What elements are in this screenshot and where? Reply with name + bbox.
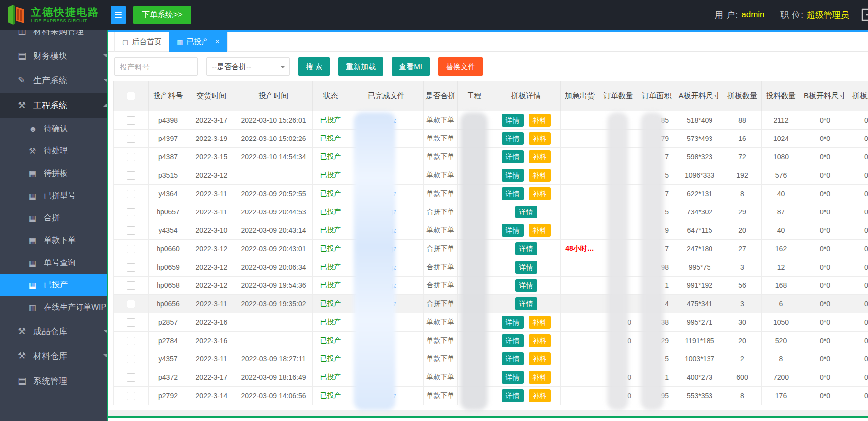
replace-file-button[interactable]: 替换文件 <box>438 57 483 76</box>
sidebar-item-12[interactable]: ▦已投产 <box>0 274 107 296</box>
sidebar-item-8[interactable]: ▦已拼型号 <box>0 185 107 207</box>
cell-feed-qty: 7200 <box>762 368 800 387</box>
detail-button[interactable]: 详情 <box>502 334 524 347</box>
sidebar-item-4[interactable]: ⚒工程系统 <box>0 93 107 118</box>
detail-button[interactable]: 详情 <box>515 297 537 310</box>
logout-icon[interactable] <box>860 8 868 22</box>
row-checkbox[interactable] <box>127 392 135 400</box>
cell-panel-detail: 详情 <box>491 240 561 258</box>
row-checkbox[interactable] <box>127 300 135 308</box>
cell-start-time <box>235 166 313 185</box>
detail-button[interactable]: 详情 <box>515 261 537 274</box>
detail-button[interactable]: 详情 <box>515 279 537 292</box>
row-checkbox[interactable] <box>127 281 135 290</box>
sidebar-item-13[interactable]: ▥在线生产订单WIP <box>0 296 107 319</box>
detail-button[interactable]: 详情 <box>502 187 524 200</box>
cell-engineering <box>458 166 491 185</box>
file-link[interactable]: z <box>350 116 422 124</box>
file-link[interactable]: gz <box>350 281 422 289</box>
row-checkbox[interactable] <box>127 337 135 345</box>
cell-start-time: 2022-03-09 18:27:11 <box>235 350 313 368</box>
close-tab-icon[interactable]: × <box>215 37 220 46</box>
row-checkbox[interactable] <box>127 171 135 180</box>
cell-urgent <box>561 185 599 203</box>
row-checkbox[interactable] <box>127 373 135 382</box>
detail-button[interactable]: 详情 <box>502 132 524 145</box>
supplement-button[interactable]: 补料 <box>529 114 551 127</box>
search-button[interactable]: 搜 索 <box>298 57 330 76</box>
part-number-input[interactable] <box>114 57 198 76</box>
detail-button[interactable]: 详情 <box>502 316 524 329</box>
cell-status: 已投产 <box>313 221 349 240</box>
supplement-button[interactable]: 补料 <box>529 352 551 365</box>
detail-button[interactable]: 详情 <box>515 242 537 255</box>
sidebar-item-7[interactable]: ▦待拼板 <box>0 162 107 185</box>
file-link[interactable]: z <box>350 300 422 308</box>
sidebar-item-6[interactable]: ⚒待处理 <box>0 140 107 162</box>
cell-urgent <box>561 203 599 221</box>
file-link[interactable]: z <box>350 392 422 400</box>
row-checkbox[interactable] <box>127 318 135 327</box>
row-checkbox[interactable] <box>127 263 135 272</box>
cell-delivery-date: 2022-3-11 <box>188 185 235 203</box>
file-link[interactable]: gz <box>350 226 422 234</box>
detail-button[interactable]: 详情 <box>502 169 524 182</box>
merge-filter-select[interactable]: --是否合拼-- <box>206 57 290 76</box>
supplement-button[interactable]: 补料 <box>529 371 551 384</box>
sidebar-item-10[interactable]: ▦单款下单 <box>0 229 107 252</box>
detail-button[interactable]: 详情 <box>502 352 524 365</box>
detail-button[interactable]: 详情 <box>502 150 524 163</box>
detail-button[interactable]: 详情 <box>502 114 524 127</box>
select-all-checkbox[interactable] <box>127 92 135 100</box>
row-checkbox[interactable] <box>127 355 135 363</box>
filter-bar: --是否合拼-- 搜 索 重新加载 查看MI 替换文件 <box>108 52 868 76</box>
file-link[interactable]: gz <box>350 263 422 271</box>
file-link[interactable]: z <box>350 190 422 198</box>
sidebar-item-16[interactable]: ▤系统管理 <box>0 368 107 393</box>
supplement-button[interactable]: 补料 <box>529 150 551 163</box>
sidebar-item-3[interactable]: ✎生产系统 <box>0 68 107 93</box>
supplement-button[interactable]: 补料 <box>529 132 551 145</box>
file-link[interactable]: .tgz <box>350 245 422 253</box>
tab-in-production[interactable]: ▦ 已投产 × <box>169 32 228 52</box>
sidebar-item-14[interactable]: ⚒成品仓库 <box>0 319 107 344</box>
cell-checkbox <box>114 387 149 405</box>
sidebar-item-2[interactable]: ▤财务模块 <box>0 43 107 68</box>
reload-button[interactable]: 重新加载 <box>338 57 383 76</box>
cell-feed-qty: 40 <box>762 185 800 203</box>
row-checkbox[interactable] <box>127 153 135 161</box>
cell-a-size: 598*323 <box>676 148 723 166</box>
sidebar-item-9[interactable]: ▦合拼 <box>0 207 107 229</box>
row-checkbox[interactable] <box>127 245 135 253</box>
column-header: 投产时间 <box>235 81 313 111</box>
detail-button[interactable]: 详情 <box>502 371 524 384</box>
sidebar-item-11[interactable]: ▦单号查询 <box>0 252 107 274</box>
order-system-button[interactable]: 下单系统>> <box>133 6 191 24</box>
row-checkbox[interactable] <box>127 208 135 216</box>
supplement-button[interactable]: 补料 <box>529 187 551 200</box>
supplement-button[interactable]: 补料 <box>529 169 551 182</box>
cell-order-area: 95 <box>637 387 676 405</box>
detail-button[interactable]: 详情 <box>502 224 524 237</box>
cell-order-qty <box>599 166 637 185</box>
sidebar-item-5[interactable]: ☻待确认 <box>0 118 107 140</box>
supplement-button[interactable]: 补料 <box>529 316 551 329</box>
cell-status: 已投产 <box>313 387 349 405</box>
supplement-button[interactable]: 补料 <box>529 334 551 347</box>
cell-checkbox <box>114 185 149 203</box>
file-link[interactable]: gz <box>350 208 422 216</box>
row-checkbox[interactable] <box>127 135 135 143</box>
menu-toggle-button[interactable] <box>111 6 126 24</box>
detail-button[interactable]: 详情 <box>502 389 524 402</box>
row-checkbox[interactable] <box>127 226 135 235</box>
sidebar-item-15[interactable]: ⚒材料仓库 <box>0 344 107 368</box>
cell-urgent <box>561 166 599 185</box>
supplement-button[interactable]: 补料 <box>529 224 551 237</box>
view-mi-button[interactable]: 查看MI <box>392 57 430 76</box>
row-checkbox[interactable] <box>127 116 135 125</box>
supplement-button[interactable]: 补料 <box>529 389 551 402</box>
row-checkbox[interactable] <box>127 190 135 198</box>
detail-button[interactable]: 详情 <box>515 206 537 218</box>
cell-panel-qty: 8 <box>723 387 762 405</box>
tab-home[interactable]: ▢ 后台首页 <box>114 32 169 52</box>
